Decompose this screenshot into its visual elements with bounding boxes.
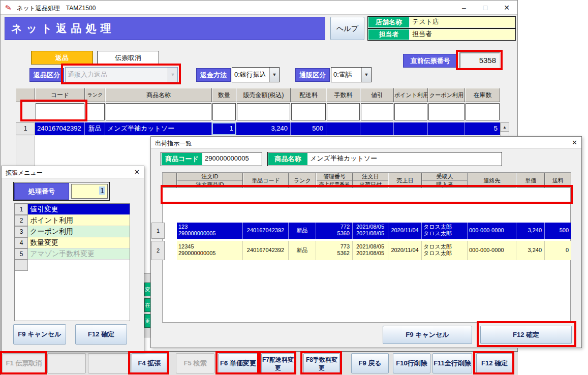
qty-input-cell[interactable] <box>212 103 236 120</box>
channel-type-value: 0:電話 <box>333 70 352 79</box>
product-name-value: メンズ半袖カットソー <box>307 153 501 165</box>
menu-item-discount-change[interactable]: 1 値引変更 <box>15 204 130 215</box>
f2-empty-button <box>47 353 86 373</box>
f4-extend-button[interactable]: F4 拡張 <box>132 353 167 373</box>
grid-header-discount: 値引 <box>360 88 394 102</box>
menu-item-point-use[interactable]: 2 ポイント利用 <box>15 215 130 226</box>
slip-cancel-mode-button[interactable]: 伝票取消 <box>97 51 159 65</box>
ship-header-unit-price: 単価 <box>516 173 545 188</box>
f11-delete-all-rows-button[interactable]: F11全行削除 <box>432 353 472 373</box>
f10-delete-row-button[interactable]: F10行削除 <box>393 353 430 373</box>
shipping-table-header: 注文ID注文商品ID 単品コード ランク 管理番号売上伝票番号 注文日出荷日付 … <box>163 173 571 188</box>
grid-header-shipping: 配送料 <box>291 88 326 102</box>
prev-slip-label: 直前伝票番号 <box>403 54 457 68</box>
chevron-down-icon[interactable]: ▼ <box>269 68 279 82</box>
staff-label: 担当者 <box>368 29 409 40</box>
process-number-value: 1 <box>99 186 105 195</box>
menu-item-amazon-fee-change: 5 アマゾン手数料変更 <box>15 248 130 260</box>
ship-header-order-id: 注文ID注文商品ID <box>177 173 243 188</box>
window-titlebar: ✎ ネット返品処理 TAMZ1500 <box>1 1 517 15</box>
f7-shipping-fee-button[interactable]: F7配送料変更 <box>261 353 295 373</box>
store-name-label: 店舗名称 <box>368 17 409 27</box>
grid-header-rank: ランク <box>85 88 105 102</box>
discount-input-cell[interactable] <box>361 103 393 120</box>
ship-row1-number: 1 <box>151 223 165 239</box>
refund-method-combobox[interactable]: 0:銀行振込 ▼ <box>232 67 280 82</box>
ship-header-mgmt-no: 管理番号売上伝票番号 <box>316 173 353 188</box>
return-type-label: 返品区分 <box>29 68 64 82</box>
shipping-input-cell[interactable] <box>291 103 326 120</box>
return-type-combobox[interactable]: 通販入力返品 ▼ <box>65 67 178 82</box>
shipping-confirm-button[interactable]: F12 確定 <box>480 326 572 344</box>
shipping-table: 注文ID注文商品ID 単品コード ランク 管理番号売上伝票番号 注文日出荷日付 … <box>162 172 571 323</box>
grid-row1-number: 1 <box>16 122 35 135</box>
grid-header-amount: 販売金額(税込) <box>236 88 291 102</box>
help-button[interactable]: ヘルプ <box>330 17 364 40</box>
chevron-down-icon[interactable]: ▼ <box>361 68 371 82</box>
refund-method-label: 返金方法 <box>196 68 231 82</box>
channel-type-label: 通販区分 <box>295 68 330 82</box>
grid-header-stock: 在庫数 <box>465 88 500 102</box>
grid-row1-fee <box>326 122 360 135</box>
scroll-up-icon[interactable]: ▲ <box>500 122 509 132</box>
extend-menu-confirm-button[interactable]: F12 確定 <box>75 324 127 345</box>
minimize-button[interactable]: – <box>453 1 475 15</box>
menu-item-number: 4 <box>15 237 28 248</box>
grid-corner-header <box>16 88 35 102</box>
f9-back-button[interactable]: F9 戻る <box>351 353 389 373</box>
channel-type-combobox[interactable]: 0:電話 ▼ <box>331 67 372 82</box>
menu-item-label: 数量変更 <box>28 237 130 248</box>
grid-header-point: ポイント利用 <box>394 88 428 102</box>
shipping-list-title: 出荷指示一覧 <box>155 139 192 148</box>
rank-input-cell[interactable] <box>85 103 105 120</box>
extend-menu-list: 1 値引変更 2 ポイント利用 3 クーポン利用 4 数量変更 5 アマゾン手数… <box>14 203 130 321</box>
stock-input-cell[interactable] <box>466 103 500 120</box>
grid-row1-name: メンズ半袖カットソー <box>105 122 212 135</box>
grid-row1-shipping: 500 <box>291 122 326 135</box>
screen: ✎ ネット返品処理 TAMZ1500 – □ ✕ ネット返品処理 ヘルプ 店舗名… <box>0 0 588 375</box>
ship-header-order-date: 注文日出荷日付 <box>353 173 388 188</box>
shipping-list-dialog: 出荷指示一覧 ✕ 商品コード 290000000005 商品名称 メンズ半袖カッ… <box>150 136 582 348</box>
code-input-cell[interactable] <box>36 103 84 120</box>
f8-handling-fee-button[interactable]: F8手数料変更 <box>303 353 340 373</box>
close-button[interactable]: ✕ <box>496 1 517 15</box>
coupon-input-cell[interactable] <box>428 103 465 120</box>
shipping-list-titlebar: 出荷指示一覧 ✕ <box>151 137 581 149</box>
menu-item-empty <box>15 260 130 271</box>
prev-slip-value: 5358 <box>459 52 500 69</box>
process-number-input[interactable]: 1 <box>71 184 108 199</box>
extend-menu-title: 拡張メニュー <box>6 169 43 177</box>
return-mode-button[interactable]: 返品 <box>31 51 93 65</box>
menu-item-number: 3 <box>15 226 28 237</box>
chevron-down-icon[interactable]: ▼ <box>168 68 177 82</box>
ship-header-item-code: 単品コード <box>243 173 289 188</box>
maximize-button: □ <box>475 1 496 15</box>
ship-table-row[interactable]: 12345290000000005 240167042392 新品 773536… <box>177 241 571 260</box>
grid-header-code: コード <box>35 88 85 102</box>
ship-header-shipping: 送料 <box>545 173 571 188</box>
ship-row2-number: 2 <box>151 241 165 260</box>
f12-confirm-button[interactable]: F12 確定 <box>476 353 513 373</box>
point-input-cell[interactable] <box>394 103 427 120</box>
f6-unit-price-button[interactable]: F6 単価変更 <box>219 353 258 373</box>
menu-item-qty-change[interactable]: 4 数量変更 <box>15 237 130 248</box>
ship-table-row[interactable]: 123290000000005 240167042392 新品 7725360 … <box>177 223 571 239</box>
amount-input-cell[interactable] <box>237 103 290 120</box>
menu-item-number <box>15 260 28 271</box>
close-icon[interactable]: ✕ <box>572 139 577 146</box>
menu-item-label: ポイント利用 <box>28 215 130 226</box>
menu-item-coupon-use[interactable]: 3 クーポン利用 <box>15 226 130 237</box>
refund-method-value: 0:銀行振込 <box>234 70 266 79</box>
name-input-cell[interactable] <box>106 103 211 120</box>
menu-item-number: 5 <box>15 248 28 260</box>
grid-row1-discount <box>360 122 394 135</box>
extend-menu-cancel-button[interactable]: F9 キャンセル <box>13 324 66 345</box>
store-name-value: テスト店 <box>410 17 515 27</box>
page-header: ネット返品処理 <box>5 17 325 40</box>
product-code-label: 商品コード <box>162 153 202 165</box>
menu-item-number: 2 <box>15 215 28 226</box>
page-title: ネット返品処理 <box>11 21 115 36</box>
shipping-cancel-button[interactable]: F9 キャンセル <box>383 326 472 344</box>
close-icon[interactable]: ✕ <box>134 168 140 176</box>
fee-input-cell[interactable] <box>327 103 360 120</box>
